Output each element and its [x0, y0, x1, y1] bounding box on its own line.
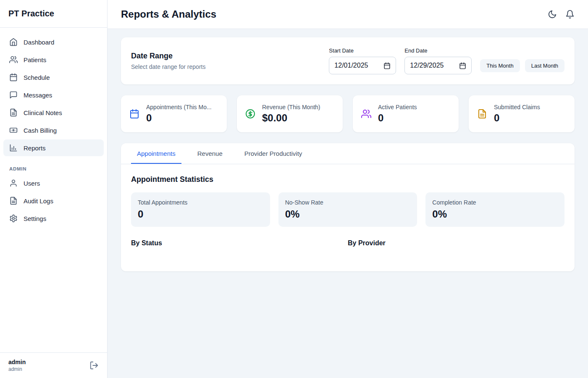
chat-icon: [9, 91, 18, 99]
stat-value: 0: [378, 112, 417, 124]
sidebar-item-reports[interactable]: Reports: [3, 139, 104, 156]
stat-text: Revenue (This Month) $0.00: [262, 104, 320, 124]
stat-box-total-appointments: Total Appointments 0: [131, 192, 270, 227]
by-status-title: By Status: [131, 239, 348, 247]
sidebar-item-cash-billing[interactable]: Cash Billing: [3, 122, 104, 139]
stat-label: Active Patients: [378, 104, 417, 110]
user-info: admin admin: [8, 359, 26, 372]
stat-card-submitted-claims: Submitted Claims 0: [469, 95, 575, 132]
stat-box-no-show-rate: No-Show Rate 0%: [278, 192, 417, 227]
dark-mode-toggle[interactable]: [548, 10, 557, 19]
stat-card-revenue: Revenue (This Month) $0.00: [237, 95, 343, 132]
stat-box-label: No-Show Rate: [285, 199, 411, 206]
stat-label: Appointments (This Mo...: [146, 104, 212, 110]
reports-tabs-card: Appointments Revenue Provider Productivi…: [121, 143, 575, 271]
stat-box-value: 0: [138, 208, 263, 220]
note-icon: [9, 108, 18, 117]
stat-value: 0: [146, 112, 212, 124]
stat-box-value: 0%: [432, 208, 558, 220]
sidebar-item-users[interactable]: Users: [3, 175, 104, 192]
end-date-label: End Date: [404, 47, 472, 54]
sidebar-item-label: Clinical Notes: [24, 109, 62, 116]
calendar-icon[interactable]: [383, 62, 391, 69]
home-icon: [9, 38, 18, 46]
start-date-input[interactable]: 12/01/2025: [329, 57, 396, 74]
end-date-input[interactable]: 12/29/2025: [404, 57, 472, 74]
header-actions: [548, 10, 575, 19]
bar-chart-icon: [9, 144, 18, 152]
sidebar-item-settings[interactable]: Settings: [3, 210, 104, 227]
gear-icon: [9, 214, 18, 223]
app-brand: PT Practice: [0, 0, 107, 28]
stats-row: Appointments (This Mo... 0 Revenue (This…: [121, 95, 575, 132]
tab-appointments[interactable]: Appointments: [131, 143, 181, 164]
date-range-card: Date Range Select date range for reports…: [121, 37, 575, 84]
stat-text: Active Patients 0: [378, 104, 417, 124]
sidebar-item-label: Cash Billing: [24, 127, 57, 134]
user-name: admin: [8, 359, 26, 365]
calendar-icon: [9, 73, 18, 81]
end-date-field: End Date 12/29/2025: [404, 47, 472, 74]
sidebar-item-label: Users: [24, 180, 40, 187]
moon-icon: [548, 10, 557, 19]
stat-box-value: 0%: [285, 208, 411, 220]
sidebar-item-label: Reports: [24, 144, 46, 152]
start-date-field: Start Date 12/01/2025: [329, 47, 396, 74]
by-status-section: By Status: [131, 239, 348, 255]
end-date-value: 12/29/2025: [410, 62, 444, 69]
stat-label: Revenue (This Month): [262, 104, 320, 110]
sidebar-item-label: Messages: [24, 92, 52, 99]
stat-box-label: Completion Rate: [432, 199, 558, 206]
sidebar-item-label: Patients: [24, 56, 46, 63]
sidebar-item-schedule[interactable]: Schedule: [3, 69, 104, 86]
page-title: Reports & Analytics: [121, 8, 216, 20]
sidebar-item-dashboard[interactable]: Dashboard: [3, 34, 104, 50]
by-provider-section: By Provider: [348, 239, 564, 255]
sidebar-item-patients[interactable]: Patients: [3, 51, 104, 68]
dollar-circle-icon: [245, 109, 255, 119]
notifications-button[interactable]: [565, 10, 575, 19]
stat-value: 0: [494, 112, 540, 124]
tab-revenue[interactable]: Revenue: [192, 143, 228, 164]
sidebar-item-label: Audit Logs: [24, 197, 53, 205]
tab-bar: Appointments Revenue Provider Productivi…: [121, 143, 575, 164]
sidebar-item-clinical-notes[interactable]: Clinical Notes: [3, 104, 104, 121]
date-range-subtitle: Select date range for reports: [131, 63, 205, 70]
stat-card-appointments: Appointments (This Mo... 0: [121, 95, 227, 132]
sidebar-nav: Dashboard Patients Schedule Messages Cli…: [0, 28, 107, 352]
sidebar-item-audit-logs[interactable]: Audit Logs: [3, 192, 104, 209]
breakdown-row: By Status By Provider: [131, 239, 564, 255]
stat-value: $0.00: [262, 112, 320, 124]
start-date-value: 12/01/2025: [334, 62, 368, 69]
stat-box-completion-rate: Completion Rate 0%: [425, 192, 564, 227]
appointment-stat-boxes: Total Appointments 0 No-Show Rate 0% Com…: [131, 192, 564, 227]
sidebar-item-label: Settings: [24, 215, 46, 222]
document-icon: [9, 197, 18, 205]
by-provider-title: By Provider: [348, 239, 564, 247]
this-month-button[interactable]: This Month: [480, 59, 520, 72]
date-range-controls: Start Date 12/01/2025 End Date 12/29/202…: [329, 47, 564, 74]
stat-box-label: Total Appointments: [138, 199, 263, 206]
top-header: Reports & Analytics: [108, 0, 588, 29]
last-month-button[interactable]: Last Month: [525, 59, 564, 72]
patients-icon: [361, 109, 371, 119]
logout-button[interactable]: [89, 361, 99, 370]
logout-icon: [89, 361, 99, 370]
tab-provider-productivity[interactable]: Provider Productivity: [239, 143, 308, 164]
stat-text: Appointments (This Mo... 0: [146, 104, 212, 124]
content: Date Range Select date range for reports…: [108, 29, 588, 280]
main-area: Reports & Analytics Date Range Select da…: [108, 0, 588, 378]
sidebar: PT Practice Dashboard Patients Schedule …: [0, 0, 108, 378]
stat-card-active-patients: Active Patients 0: [353, 95, 459, 132]
calendar-icon[interactable]: [459, 62, 466, 69]
sidebar-item-messages[interactable]: Messages: [3, 87, 104, 103]
calendar-icon: [129, 109, 139, 119]
user-icon: [9, 179, 18, 187]
banknote-icon: [9, 126, 18, 134]
admin-section-label: ADMIN: [3, 157, 104, 175]
stat-text: Submitted Claims 0: [494, 104, 540, 124]
date-range-text: Date Range Select date range for reports: [131, 52, 205, 70]
appointment-statistics-title: Appointment Statistics: [131, 175, 564, 184]
date-range-title: Date Range: [131, 52, 205, 60]
document-icon: [477, 109, 487, 119]
